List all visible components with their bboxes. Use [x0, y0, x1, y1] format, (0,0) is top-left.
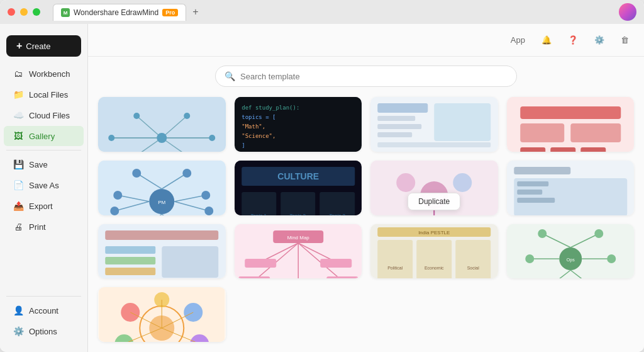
svg-point-10 [184, 113, 190, 119]
svg-rect-26 [377, 124, 421, 129]
sidebar-item-print[interactable]: 🖨 Print [4, 217, 84, 237]
sidebar-item-save-as[interactable]: 📄 Save As [4, 175, 84, 195]
notification-button[interactable]: 🔔 [536, 33, 557, 47]
svg-rect-82 [105, 246, 155, 254]
svg-text:India PESTLE: India PESTLE [418, 230, 450, 236]
help-button[interactable]: ❓ [563, 33, 583, 47]
card-card-6[interactable]: CULTURETopic 1Topic 2Topic 3 CULTURE 👁 4… [235, 161, 362, 215]
svg-rect-76 [517, 181, 548, 186]
sidebar-item-label: Account [29, 306, 58, 315]
new-tab-button[interactable]: + [189, 6, 202, 18]
card-thumbnail: def study_plan(): topics = [ "Math", "Sc… [235, 97, 362, 152]
svg-text:Mind Map: Mind Map [287, 235, 309, 241]
sidebar-item-export[interactable]: 📤 Export [4, 196, 84, 216]
card-card-8[interactable]: South Africa PESTLE Analysis 👁 3.0k ♡ 9 … [507, 161, 635, 215]
card-card-11[interactable]: India PESTLEPoliticalEconomicSocial Indi… [370, 224, 498, 279]
card-card-10[interactable]: Mind Map Mind Mapping Pergaulan Tidak Se… [235, 224, 362, 279]
sidebar-item-cloud-files[interactable]: ☁️ Cloud Files [4, 105, 84, 125]
card-card-5[interactable]: PM Project Management Process 👁 2.4k ♡ 4… [98, 161, 226, 215]
card-card-13[interactable]: Educacion virtual [98, 287, 226, 342]
svg-rect-104 [416, 240, 452, 279]
card-card-9[interactable]: PENGANTAR ILMU ADMINISTRASI... 👁 2.6k ♡ … [98, 224, 226, 279]
svg-rect-34 [520, 147, 545, 152]
svg-rect-98 [326, 276, 358, 279]
svg-text:]: ] [242, 142, 245, 149]
svg-point-49 [182, 169, 191, 178]
svg-rect-36 [580, 147, 606, 152]
svg-text:M: M [64, 10, 68, 16]
gallery-icon: 🖼 [13, 131, 24, 141]
sidebar-item-label: Export [29, 202, 53, 211]
search-bar: 🔍 [215, 65, 517, 87]
card-card-2[interactable]: def study_plan(): topics = [ "Math", "Sc… [235, 97, 362, 152]
svg-text:"Science",: "Science", [242, 133, 275, 139]
svg-text:Economic: Economic [425, 266, 444, 270]
sidebar-top: 🗂 Workbench 📁 Local Files ☁️ Cloud Files… [0, 63, 87, 292]
card-card-7[interactable]: GenderEquality Duplicate Gender Equality… [370, 161, 498, 215]
svg-rect-81 [105, 230, 218, 240]
trash-button[interactable]: 🗑 [616, 33, 634, 47]
titlebar-right [619, 3, 636, 21]
svg-rect-95 [245, 259, 276, 268]
svg-rect-85 [162, 246, 218, 278]
svg-rect-78 [517, 198, 555, 203]
sidebar-item-local-files[interactable]: 📁 Local Files [4, 84, 84, 105]
plus-icon: + [16, 40, 22, 52]
svg-point-69 [396, 173, 415, 192]
sidebar-item-gallery[interactable]: 🖼 Gallery [4, 126, 84, 146]
card-thumbnail: Ops [507, 224, 635, 279]
card-card-1[interactable]: WSrbw... 👁 3.6k ♡ 26 👍 10 W WSrbw... [98, 97, 226, 152]
svg-text:CULTURE: CULTURE [277, 171, 319, 181]
settings-button[interactable]: ⚙️ [589, 33, 609, 47]
account-icon: 👤 [13, 305, 24, 315]
sidebar-item-account[interactable]: 👤 Account [4, 300, 84, 321]
card-card-3[interactable]: Africa PESTLE Analysis C Co... ⭐ Upgrade [370, 97, 498, 152]
svg-point-13 [108, 135, 114, 141]
profile-avatar[interactable] [619, 3, 636, 21]
svg-rect-77 [517, 190, 542, 195]
edrawmind-tab-icon: M [61, 8, 70, 17]
svg-text:Social: Social [467, 266, 480, 270]
options-icon: ⚙️ [13, 326, 24, 336]
minimize-button[interactable] [20, 8, 28, 16]
svg-rect-25 [377, 116, 415, 121]
card-thumbnail [507, 97, 635, 152]
search-input[interactable] [240, 72, 508, 81]
svg-point-121 [607, 254, 616, 263]
app-button[interactable]: App [506, 33, 530, 47]
create-button[interactable]: + Create [6, 35, 81, 57]
svg-rect-97 [238, 276, 270, 279]
create-label: Create [26, 42, 50, 51]
card-thumbnail: GenderEquality Duplicate [370, 161, 498, 215]
search-area: 🔍 [88, 57, 644, 92]
svg-point-120 [525, 254, 534, 263]
svg-rect-29 [377, 142, 491, 147]
svg-rect-60 [280, 192, 315, 215]
card-thumbnail: CULTURETopic 1Topic 2Topic 3 [235, 161, 362, 215]
sidebar-item-save[interactable]: 💾 Save [4, 154, 84, 174]
maximize-button[interactable] [33, 8, 40, 16]
svg-rect-59 [242, 192, 276, 215]
card-thumbnail: Mind Map [235, 224, 362, 279]
sidebar-item-options[interactable]: ⚙️ Options [4, 321, 84, 341]
svg-rect-28 [434, 103, 491, 141]
svg-point-8 [157, 133, 167, 143]
svg-point-14 [209, 135, 215, 141]
svg-point-70 [453, 173, 472, 192]
sidebar-item-workbench[interactable]: 🗂 Workbench [4, 64, 84, 84]
card-card-12[interactable]: Ops Operations Management Mindmap 👁 2.3k… [507, 224, 635, 279]
svg-text:Topic 3: Topic 3 [329, 213, 345, 215]
tab-label: Wondershare EdrawMind [74, 8, 158, 17]
workbench-icon: 🗂 [13, 69, 24, 79]
svg-rect-32 [520, 123, 564, 142]
svg-rect-27 [377, 132, 412, 137]
svg-point-48 [132, 169, 141, 178]
svg-text:Topic 1: Topic 1 [250, 213, 267, 215]
svg-point-119 [594, 229, 603, 238]
print-icon: 🖨 [13, 222, 24, 232]
main-tab[interactable]: M Wondershare EdrawMind Pro [53, 4, 186, 21]
close-button[interactable] [8, 8, 15, 16]
card-card-4[interactable]: ARUNI... 👁 4.2k ♡ 1 👍 2 A ARUNI... [507, 97, 635, 152]
save-icon: 💾 [13, 159, 24, 169]
save-as-icon: 📄 [13, 180, 24, 190]
